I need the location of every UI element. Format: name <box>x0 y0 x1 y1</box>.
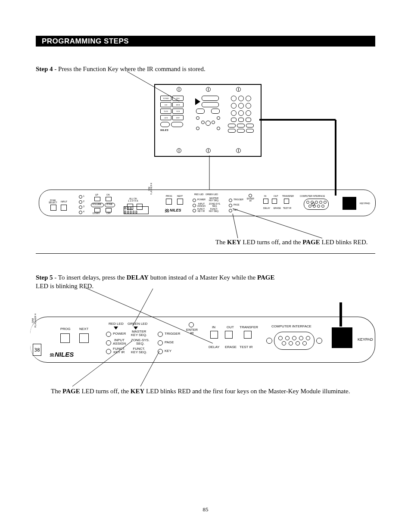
label: 3 <box>83 205 84 208</box>
horizontal-rule <box>36 253 375 254</box>
label: ZONE <box>106 203 112 205</box>
segment-display: 38 <box>33 344 41 356</box>
master-key-column <box>226 96 255 143</box>
dot-icon <box>196 116 199 120</box>
label: POWER <box>113 332 126 336</box>
keypad-btn <box>211 109 220 114</box>
label: KEY <box>234 209 238 211</box>
led-icon <box>193 199 196 202</box>
segment-display: 888 88888 <box>124 206 149 214</box>
button-icon <box>106 197 112 201</box>
master-key <box>246 96 251 101</box>
keypad-module: TUNERDSS CDDVD TAPEVCR AUXEXT NILES <box>154 84 262 157</box>
master-key <box>231 96 237 101</box>
text: KEY <box>227 239 241 246</box>
label: PROG <box>60 327 71 331</box>
button-icon <box>263 199 268 204</box>
led-icon <box>79 211 82 214</box>
dot-icon <box>206 121 211 126</box>
master-key <box>228 124 236 128</box>
label: TRANSFER <box>282 195 294 197</box>
label: 1 <box>83 195 84 197</box>
label: PAGE <box>234 204 240 206</box>
label: KEYPAD <box>360 202 370 205</box>
button-icon <box>166 199 172 205</box>
master-key <box>238 110 244 116</box>
label: TRANSFER <box>240 326 258 329</box>
label: VOLUME <box>92 203 101 205</box>
keypad-left-column: TUNERDSS CDDVD TAPEVCR AUXEXT NILES <box>160 96 190 143</box>
master-key <box>238 103 244 109</box>
label: INPUT ASSIGN <box>113 339 126 346</box>
keypad-btn: VCR <box>172 109 184 114</box>
step-5-label: Step 5 <box>36 274 53 281</box>
master-key <box>237 124 245 128</box>
label: DELAY <box>209 345 220 349</box>
dot-icon <box>196 127 199 130</box>
label: OUT <box>274 195 278 197</box>
led-icon <box>106 332 111 337</box>
led-icon <box>158 332 163 337</box>
text: PAGE <box>62 388 80 395</box>
led-icon <box>106 349 111 354</box>
screw-icon <box>206 87 211 92</box>
dot-icon <box>201 121 205 124</box>
master-key <box>246 118 251 122</box>
keypad-btn: EXT <box>172 115 184 120</box>
keypad-btn <box>202 102 219 107</box>
label: ZONE SELECT <box>49 199 57 204</box>
text: LED turns off, and the <box>241 239 303 246</box>
label: OFF <box>106 212 111 215</box>
label: PAGE <box>165 341 174 344</box>
label: DELAY <box>263 207 270 209</box>
label: D/M FLASHER 4 <box>31 314 37 328</box>
button-icon <box>244 331 252 339</box>
button-icon <box>61 205 67 211</box>
svg-line-4 <box>233 214 238 238</box>
label: NEXT <box>79 327 88 331</box>
section-header: PROGRAMMING STEPS <box>36 36 375 47</box>
label: 2 <box>83 200 84 202</box>
serial-port-icon <box>304 199 329 210</box>
button-icon <box>94 197 100 201</box>
master-key <box>231 118 237 122</box>
niles-logo: NILES <box>50 351 74 358</box>
label: 4 <box>83 211 84 213</box>
keypad-btn <box>202 96 219 101</box>
screw-icon <box>177 87 181 92</box>
button-icon <box>177 199 183 205</box>
caption-step-4: The KEY LED turns off, and the PAGE LED … <box>215 239 379 246</box>
step-5-text: Step 5 - To insert delays, press the DEL… <box>36 273 286 291</box>
label: ENTER IR <box>186 328 198 336</box>
master-key <box>246 124 254 128</box>
led-icon <box>158 349 163 354</box>
caption-step-5: The PAGE LED turns off, the KEY LED blin… <box>51 388 378 395</box>
text: LED turns off, the <box>80 388 131 395</box>
dot-icon <box>212 121 215 124</box>
serial-port-icon <box>274 332 314 350</box>
led-icon <box>158 340 163 345</box>
button-icon <box>272 199 277 204</box>
label: ENTER IR <box>247 198 254 202</box>
keypad-btn: CD <box>160 102 171 107</box>
led-icon <box>193 204 196 207</box>
step-4-text: Step 4 - Press the Function Key where th… <box>36 65 375 73</box>
label: ALL ON 1 2 3 4 5 6 <box>128 198 138 202</box>
text: - To insert delays, press the <box>53 274 127 281</box>
led-icon <box>229 209 232 212</box>
led-icon <box>193 209 196 212</box>
keypad-btn: DVD <box>172 102 184 107</box>
label: POWER <box>197 199 206 201</box>
button-icon <box>284 199 289 204</box>
label: TRIGGER <box>234 199 243 201</box>
arrow-down-icon <box>134 327 138 330</box>
text: button instead of a Master Key while the <box>149 274 257 281</box>
master-key <box>246 129 254 133</box>
label: MASTER KEY SEQ. <box>131 330 147 337</box>
screw-icon <box>206 148 211 153</box>
keypad-btn <box>196 109 205 114</box>
label: GREEN LED <box>128 322 147 326</box>
niles-logo: NILES <box>165 208 181 212</box>
rj-port-icon <box>342 197 356 210</box>
rack-unit-large: D/M FLASHER 4 38 PROG NEXT NILES RED LED… <box>30 317 375 363</box>
